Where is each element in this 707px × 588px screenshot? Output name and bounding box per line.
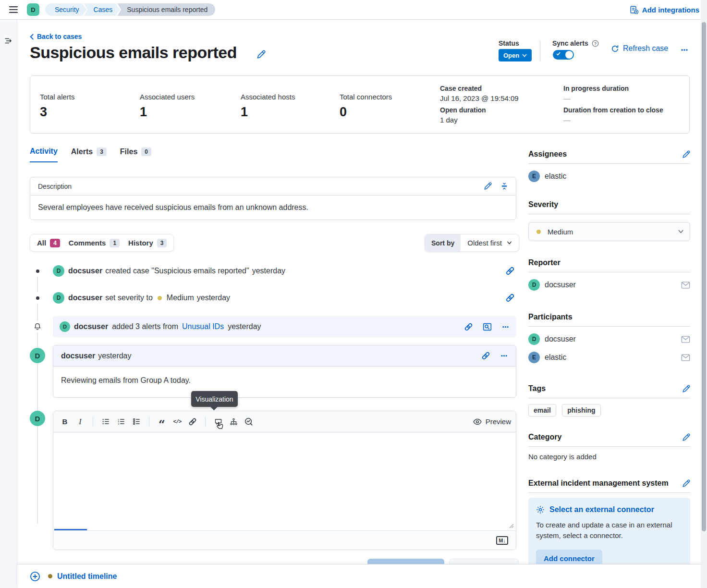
stat-value: 0 — [340, 105, 392, 120]
refresh-case-label: Refresh case — [623, 44, 668, 53]
collapsed-nav-rail — [0, 20, 17, 588]
participants-section: Participants D docsuser E elastic — [528, 313, 690, 363]
edit-title-icon[interactable] — [256, 50, 266, 59]
filter-all-label: All — [37, 239, 46, 247]
help-icon[interactable]: ? — [592, 40, 599, 47]
untitled-timeline-link[interactable]: Untitled timeline — [57, 572, 117, 581]
bold-icon[interactable]: B — [58, 415, 72, 429]
add-integrations-button[interactable]: Add integrations — [630, 6, 699, 14]
avatar: D — [53, 265, 64, 277]
edit-assignees-icon[interactable] — [682, 150, 690, 159]
visualization-icon[interactable] — [242, 415, 256, 429]
filter-all-count: 4 — [50, 239, 60, 247]
timeline-dot-marker — [32, 292, 43, 304]
sync-alerts-toggle[interactable] — [553, 50, 574, 60]
collapse-description-icon[interactable] — [500, 182, 508, 190]
menu-icon[interactable] — [8, 4, 19, 15]
severity-select[interactable]: Medium — [528, 222, 690, 241]
edit-tags-icon[interactable] — [682, 385, 690, 393]
email-icon[interactable] — [681, 282, 690, 289]
back-to-cases-link[interactable]: Back to cases — [30, 33, 82, 40]
unusual-ids-link[interactable]: Unusual IDs — [182, 322, 224, 331]
description-panel: Description Several employees have recei… — [30, 177, 516, 220]
filter-history-count: 3 — [157, 239, 167, 247]
participant-name: docsuser — [545, 335, 576, 343]
activity-action: added 3 alerts from — [112, 322, 178, 331]
email-icon[interactable] — [681, 354, 690, 361]
comment-textarea[interactable] — [53, 432, 516, 530]
activity-action: created case "Suspicious emails reported… — [105, 267, 249, 275]
stat-total-connectors: Total connectors 0 — [340, 93, 392, 120]
scrollbar[interactable] — [701, 0, 707, 588]
description-header: Description — [30, 177, 516, 196]
comment-user: docsuser — [61, 352, 95, 360]
description-title: Description — [38, 183, 72, 190]
stat-value: 3 — [40, 105, 75, 120]
tab-files[interactable]: Files 0 — [120, 147, 151, 162]
stat-label: Total connectors — [340, 93, 392, 101]
case-actions-menu-icon[interactable] — [678, 44, 691, 56]
unordered-list-icon[interactable] — [99, 415, 112, 429]
tab-activity[interactable]: Activity — [30, 147, 58, 162]
reporter-row: D docsuser — [528, 279, 690, 291]
avatar: D — [30, 348, 45, 363]
italic-icon[interactable]: I — [73, 415, 87, 429]
breadcrumb-cases[interactable]: Cases — [84, 3, 121, 16]
code-icon[interactable]: </> — [171, 415, 184, 429]
add-timeline-icon[interactable] — [30, 571, 40, 582]
ordered-list-icon[interactable]: 123 — [114, 415, 128, 429]
markdown-badge-icon[interactable]: M↓ — [496, 536, 508, 545]
tab-alerts[interactable]: Alerts 3 — [71, 147, 107, 162]
editor-focus-bar — [54, 529, 87, 530]
external-system-section: External incident management system Sele… — [528, 479, 690, 575]
expand-nav-icon[interactable] — [3, 37, 13, 45]
filter-comments[interactable]: Comments 1 — [69, 239, 120, 247]
cases-tree-icon[interactable] — [227, 415, 240, 429]
actions-menu-icon[interactable] — [501, 323, 510, 331]
mouse-cursor-icon — [215, 421, 225, 431]
scrollbar-thumb[interactable] — [702, 22, 706, 531]
preview-button[interactable]: Preview — [473, 417, 511, 426]
tags-section: Tags email phishing — [528, 384, 690, 416]
email-icon[interactable] — [681, 336, 690, 343]
copy-link-icon[interactable] — [481, 351, 490, 360]
copy-link-icon[interactable] — [505, 266, 515, 276]
participant-row: D docsuser — [528, 333, 690, 345]
task-list-icon[interactable] — [130, 415, 143, 429]
assignees-section: Assignees E elastic — [528, 150, 690, 182]
activity-user: docsuser — [68, 294, 102, 302]
filter-history[interactable]: History 3 — [128, 239, 167, 247]
stat-associated-users: Associated users 1 — [140, 93, 195, 120]
resize-handle-icon[interactable] — [509, 524, 514, 528]
sort-by-label: Sort by — [425, 234, 461, 251]
in-progress-duration-label: In progress duration — [563, 85, 663, 92]
edit-connector-icon[interactable] — [682, 479, 690, 488]
copy-link-icon[interactable] — [464, 322, 473, 331]
category-empty-text: No category is added — [528, 453, 690, 461]
filter-all[interactable]: All 4 — [37, 239, 60, 247]
actions-menu-icon[interactable] — [500, 352, 508, 359]
breadcrumb-security[interactable]: Security — [45, 3, 87, 16]
add-integrations-label: Add integrations — [642, 6, 699, 14]
link-icon[interactable] — [186, 415, 199, 429]
quote-icon[interactable]: “ — [155, 415, 169, 429]
sort-order-select[interactable]: Oldest first — [461, 234, 519, 251]
copy-link-icon[interactable] — [505, 293, 515, 303]
editor-footer: M↓ — [53, 530, 516, 550]
refresh-case-button[interactable]: Refresh case — [611, 44, 668, 53]
editor-toolbar: B I 123 “ </> Preview — [53, 411, 516, 432]
comment-body: Reviewing emails from Group A today. — [53, 367, 516, 394]
header-divider — [540, 40, 540, 61]
edit-description-icon[interactable] — [484, 182, 492, 190]
select-connector-link[interactable]: Select an external connector — [549, 505, 654, 514]
tag-badge: phishing — [562, 404, 600, 416]
participant-row: E elastic — [528, 352, 690, 363]
svg-text:?: ? — [594, 41, 597, 46]
edit-category-icon[interactable] — [682, 433, 690, 441]
space-avatar[interactable]: D — [27, 3, 39, 16]
stat-value: 1 — [140, 105, 195, 120]
stat-label: Total alerts — [40, 93, 75, 101]
timeline-connector — [37, 269, 38, 524]
investigate-in-timeline-icon[interactable] — [483, 322, 492, 331]
status-dropdown-button[interactable]: Open — [499, 49, 532, 61]
